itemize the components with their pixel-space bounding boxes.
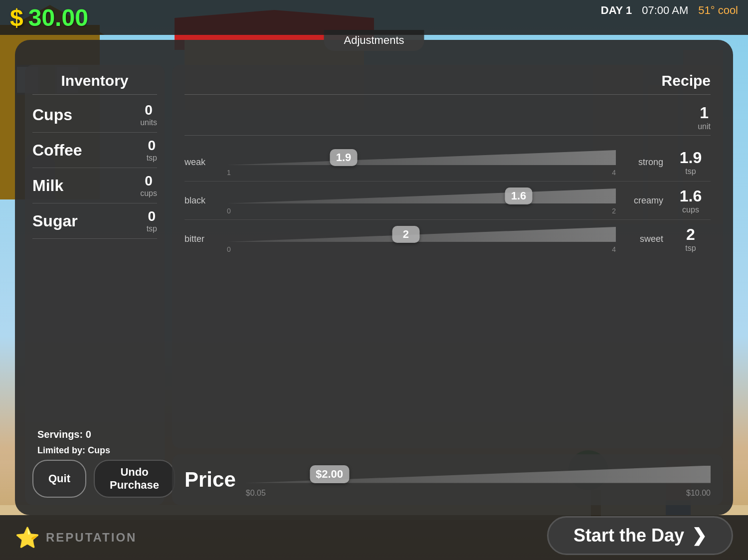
sugar-qty: 0: [147, 208, 157, 224]
sugar-max-label: 4: [612, 245, 616, 253]
price-panel: Price $2.00 $0.05 $10.00: [172, 454, 723, 505]
inventory-milk-row: Milk 0 cups: [32, 168, 157, 203]
price-label: Price: [185, 468, 236, 492]
header-bar: $ 30.00 DAY 1 07:00 AM 51° cool: [0, 0, 748, 35]
sugar-amount: 0 tsp: [147, 208, 157, 233]
footer-bar: ⭐ REPUTATION Start the Day ❯: [0, 515, 748, 560]
coffee-slider-track: 1.9: [227, 148, 616, 168]
milk-qty: 0: [140, 173, 157, 189]
sugar-recipe-qty: 2: [671, 225, 711, 244]
coffee-unit: tsp: [147, 154, 157, 163]
price-range-labels: $0.05 $10.00: [246, 489, 711, 498]
milk-slider-track: 1.6: [227, 186, 616, 206]
coffee-range-labels: 1 4: [227, 169, 616, 177]
sugar-unit: tsp: [147, 224, 157, 233]
limited-info: Limited by: Cups: [32, 445, 157, 460]
limited-label: Limited by:: [37, 445, 85, 455]
price-slider-thumb[interactable]: $2.00: [310, 465, 349, 483]
coffee-recipe-unit: tsp: [671, 167, 711, 176]
reputation-icon: ⭐: [15, 526, 40, 550]
sugar-slider-container[interactable]: 2 0 4: [227, 224, 616, 254]
bitter-label: bitter: [185, 234, 219, 244]
inventory-title: Inventory: [32, 72, 157, 95]
cups-unit: units: [140, 118, 157, 127]
day-label: DAY: [601, 4, 623, 16]
milk-slider-container[interactable]: 1.6 0 2: [227, 186, 616, 215]
price-slider-container[interactable]: $2.00 $0.05 $10.00: [246, 462, 711, 498]
milk-slider-triangle: [227, 188, 616, 203]
servings-label: Servings:: [37, 429, 83, 440]
weather-display: 51° cool: [698, 4, 738, 17]
milk-recipe-value: 1.6 cups: [671, 187, 711, 214]
servings-count: 0: [86, 429, 91, 440]
coffee-strength-slider-row: weak 1.9 1 4 strong: [185, 143, 711, 182]
cups-qty: 0: [140, 102, 157, 118]
inventory-sugar-row: Sugar 0 tsp: [32, 203, 157, 239]
inventory-cups-row: Cups 0 units: [32, 97, 157, 133]
strong-label: strong: [623, 157, 663, 168]
milk-unit: cups: [140, 189, 157, 198]
inventory-coffee-row: Coffee 0 tsp: [32, 133, 157, 168]
recipe-column: Recipe 1 unit weak: [172, 65, 723, 505]
coffee-label: Coffee: [32, 141, 82, 160]
sweet-label: sweet: [623, 234, 663, 244]
milk-slider-thumb[interactable]: 1.6: [505, 187, 533, 204]
milk-triangle-fill: [227, 188, 616, 203]
main-panel: Inventory Cups 0 units Coffee 0 tsp Milk…: [15, 40, 733, 515]
coffee-amount: 0 tsp: [147, 138, 157, 163]
recipe-panel: Recipe 1 unit weak: [172, 65, 723, 448]
coffee-recipe-qty: 1.9: [671, 149, 711, 167]
milk-recipe-unit: cups: [671, 205, 711, 214]
price-slider-track: $2.00: [246, 462, 711, 487]
buttons-row: Quit Undo Purchase: [32, 460, 157, 498]
sugar-slider-row: bitter 2 0 4 sweet: [185, 220, 711, 258]
price-min-label: $0.05: [246, 489, 266, 498]
cups-recipe-value: 1 unit: [698, 104, 711, 131]
sugar-min-label: 0: [227, 245, 231, 253]
start-day-text: Start the Day: [573, 525, 684, 546]
sugar-range-labels: 0 4: [227, 245, 616, 253]
coffee-recipe-value: 1.9 tsp: [671, 149, 711, 176]
inventory-panel: Inventory Cups 0 units Coffee 0 tsp Milk…: [25, 65, 165, 505]
reputation-label: REPUTATION: [46, 531, 137, 545]
start-day-arrow-icon: ❯: [692, 525, 707, 546]
milk-recipe-qty: 1.6: [671, 187, 711, 205]
cups-label: Cups: [32, 106, 72, 124]
servings-info: Servings: 0: [37, 429, 91, 440]
day-badge: DAY 1: [601, 4, 632, 17]
weather-condition: cool: [718, 4, 738, 16]
day-number: 1: [626, 4, 632, 16]
milk-min-label: 0: [227, 207, 231, 215]
black-label: black: [185, 195, 219, 206]
weak-label: weak: [185, 157, 219, 168]
sugar-slider-triangle: [227, 227, 616, 242]
limited-item: Cups: [88, 445, 110, 455]
milk-amount: 0 cups: [140, 173, 157, 198]
coffee-slider-thumb[interactable]: 1.9: [330, 149, 358, 166]
panel-content: Inventory Cups 0 units Coffee 0 tsp Milk…: [25, 65, 723, 505]
coffee-triangle-fill: [227, 150, 616, 165]
time-display: 07:00 AM: [642, 4, 688, 17]
sugar-recipe-unit: tsp: [671, 244, 711, 253]
sugar-recipe-value: 2 tsp: [671, 225, 711, 253]
creamy-label: creamy: [623, 195, 663, 206]
undo-purchase-button[interactable]: Undo Purchase: [94, 460, 175, 498]
quit-button[interactable]: Quit: [32, 460, 86, 498]
sugar-triangle-fill: [227, 227, 616, 242]
coffee-slider-container[interactable]: 1.9 1 4: [227, 147, 616, 177]
milk-max-label: 2: [612, 207, 616, 215]
sugar-label: Sugar: [32, 212, 78, 230]
coffee-slider-triangle: [227, 150, 616, 165]
temperature: 51°: [698, 4, 715, 16]
sugar-slider-thumb[interactable]: 2: [392, 226, 419, 243]
day-info: DAY 1 07:00 AM 51° cool: [601, 4, 738, 17]
milk-slider-row: black 1.6 0 2 creamy: [185, 182, 711, 220]
milk-range-labels: 0 2: [227, 207, 616, 215]
start-day-button[interactable]: Start the Day ❯: [547, 516, 733, 555]
recipe-title: Recipe: [662, 72, 711, 89]
coffee-max-label: 4: [612, 169, 616, 177]
milk-label: Milk: [32, 177, 63, 195]
cups-recipe-row: 1 unit: [185, 100, 711, 136]
sugar-slider-track: 2: [227, 224, 616, 244]
cups-recipe-unit: unit: [698, 122, 711, 131]
